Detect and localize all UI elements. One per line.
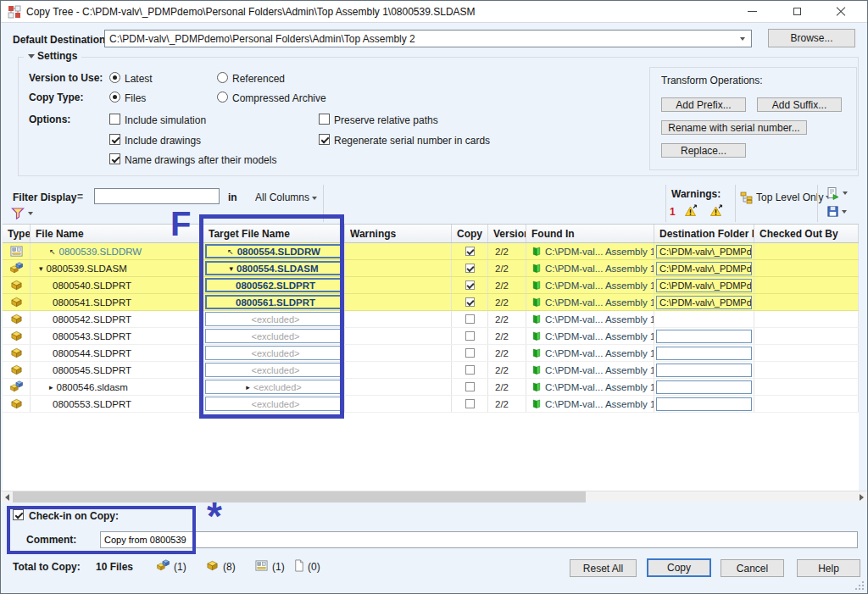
checkbox-preserve-paths[interactable]	[319, 114, 330, 125]
export-list-button[interactable]	[826, 186, 848, 200]
table-row[interactable]: 0800540.SLDPRT 0800562.SLDPRT 2/2 C:\PDM…	[3, 277, 859, 294]
table-row[interactable]: 0800542.SLDPRT <excluded> 2/2 C:\PDM-val…	[3, 311, 859, 328]
target-file-name-cell[interactable]: ▾ 0800554.SLDASM	[203, 260, 345, 276]
checkbox-include-simulation[interactable]	[109, 114, 120, 125]
copy-checkbox[interactable]	[465, 348, 475, 358]
col-header-file-name[interactable]: File Name	[31, 225, 203, 242]
radio-compressed-archive[interactable]	[217, 92, 228, 103]
destination-path-box[interactable]: C:\PDM-valv\_PDMPde...	[656, 279, 752, 292]
warning-toggle-icon[interactable]	[684, 204, 698, 217]
destination-path-box[interactable]: C:\PDM-valv\_PDMPde...	[656, 262, 752, 275]
cancel-button[interactable]: Cancel	[721, 559, 784, 577]
destination-path-box[interactable]: C:\PDM-valv\_PDMPde...	[656, 245, 752, 258]
target-file-name-cell[interactable]: ↖ 0800554.SLDDRW	[203, 243, 345, 259]
copy-checkbox[interactable]	[465, 365, 475, 375]
destination-path-box[interactable]: C:\PDM-valv\_PDMPde...	[656, 296, 752, 309]
maximize-button[interactable]	[779, 1, 815, 22]
destination-path-box[interactable]	[656, 347, 752, 360]
settings-group-title[interactable]: Settings	[24, 50, 81, 62]
expander-icon[interactable]: ↖	[49, 247, 56, 256]
copy-checkbox[interactable]	[465, 297, 475, 307]
col-header-type[interactable]: Type	[3, 225, 31, 242]
radio-referenced-label[interactable]: Referenced	[232, 73, 285, 85]
scroll-left-arrow[interactable]	[1, 491, 13, 502]
table-row[interactable]: 0800544.SLDPRT <excluded> 2/2 C:\PDM-val…	[3, 345, 859, 362]
table-row[interactable]: 0800553.SLDPRT <excluded> 2/2 C:\PDM-val…	[3, 396, 859, 413]
horizontal-scrollbar[interactable]	[1, 491, 867, 502]
minimize-button[interactable]	[734, 1, 770, 22]
target-file-name-cell[interactable]: 0800562.SLDPRT	[203, 277, 345, 293]
table-row[interactable]: ↖ 0800539.SLDDRW ↖ 0800554.SLDDRW 2/2 C:…	[3, 243, 859, 260]
target-file-name-box[interactable]: <excluded>	[205, 397, 342, 411]
destination-path-box[interactable]	[656, 397, 752, 411]
filter-funnel-button[interactable]	[11, 207, 33, 219]
destination-path-box[interactable]	[656, 330, 752, 343]
name-drawings-label[interactable]: Name drawings after their models	[125, 154, 276, 166]
target-file-name-box[interactable]: <excluded>	[205, 312, 342, 326]
table-row[interactable]: 0800543.SLDPRT <excluded> 2/2 C:\PDM-val…	[3, 328, 859, 345]
radio-compressed-archive-label[interactable]: Compressed Archive	[232, 92, 326, 104]
target-file-name-box[interactable]: ▾ 0800554.SLDASM	[205, 261, 342, 275]
close-button[interactable]	[823, 1, 859, 22]
col-header-version[interactable]: Version	[488, 225, 526, 242]
preserve-paths-label[interactable]: Preserve relative paths	[334, 114, 438, 126]
target-file-name-cell[interactable]: <excluded>	[203, 311, 345, 327]
all-columns-dropdown[interactable]: All Columns	[255, 192, 317, 203]
comment-input[interactable]	[100, 531, 858, 548]
target-file-name-cell[interactable]: ▸ <excluded>	[203, 379, 345, 395]
target-file-name-cell[interactable]: 0800561.SLDPRT	[203, 294, 345, 310]
replace-button[interactable]: Replace...	[661, 143, 746, 158]
expander-icon[interactable]: ▸	[49, 383, 53, 391]
target-file-name-box[interactable]: <excluded>	[205, 363, 342, 377]
target-file-name-cell[interactable]: <excluded>	[203, 345, 345, 361]
copy-checkbox[interactable]	[465, 382, 475, 391]
col-header-target-file-name[interactable]: Target File Name	[203, 225, 345, 242]
resize-grip[interactable]	[855, 581, 864, 590]
filter-equals-button[interactable]: =	[77, 191, 83, 203]
checkbox-name-drawings[interactable]	[109, 153, 120, 164]
default-destination-combo[interactable]: C:\PDM-valv\_PDMPdemo\Personal Folders\A…	[104, 30, 752, 47]
copy-checkbox[interactable]	[465, 399, 475, 408]
table-row[interactable]: ▸ 0800546.sldasm ▸ <excluded> 2/2 C:\PDM…	[3, 379, 859, 396]
help-button[interactable]: Help	[797, 559, 860, 577]
table-row[interactable]: 0800545.SLDPRT <excluded> 2/2 C:\PDM-val…	[3, 362, 859, 379]
checkbox-include-drawings[interactable]	[109, 134, 120, 145]
browse-button[interactable]: Browse...	[768, 29, 855, 47]
col-header-destination[interactable]: Destination Folder Path	[654, 225, 754, 242]
checkin-on-copy-label[interactable]: Check-in on Copy:	[29, 510, 119, 522]
scrollbar-thumb[interactable]	[13, 491, 586, 502]
regenerate-serial-label[interactable]: Regenerate serial number in cards	[334, 135, 490, 147]
filter-input[interactable]	[94, 188, 220, 204]
checkbox-regenerate-serial[interactable]	[319, 134, 330, 145]
col-header-warnings[interactable]: Warnings	[345, 225, 452, 242]
scroll-right-arrow[interactable]	[855, 491, 867, 502]
radio-files[interactable]	[109, 92, 120, 103]
target-file-name-box[interactable]: <excluded>	[205, 329, 342, 343]
radio-files-label[interactable]: Files	[125, 92, 146, 104]
radio-latest-label[interactable]: Latest	[125, 73, 153, 85]
save-list-button[interactable]	[826, 205, 847, 218]
target-file-name-cell[interactable]: <excluded>	[203, 362, 345, 378]
rename-serial-button[interactable]: Rename with serial number...	[661, 120, 807, 135]
col-header-copy[interactable]: Copy	[452, 225, 488, 242]
radio-latest[interactable]	[109, 72, 120, 83]
copy-checkbox[interactable]	[465, 331, 475, 341]
add-suffix-button[interactable]: Add Suffix...	[757, 97, 842, 112]
radio-referenced[interactable]	[217, 72, 228, 83]
reset-all-button[interactable]: Reset All	[570, 559, 637, 577]
include-drawings-label[interactable]: Include drawings	[125, 135, 201, 147]
target-file-name-cell[interactable]: <excluded>	[203, 396, 345, 412]
copy-button[interactable]: Copy	[647, 558, 711, 577]
copy-checkbox[interactable]	[465, 264, 475, 273]
table-row[interactable]: 0800541.SLDPRT 0800561.SLDPRT 2/2 C:\PDM…	[3, 294, 859, 311]
target-file-name-box[interactable]: 0800561.SLDPRT	[205, 295, 342, 309]
destination-path-box[interactable]	[656, 364, 752, 377]
copy-checkbox[interactable]	[465, 280, 475, 290]
col-header-checked-out-by[interactable]: Checked Out By	[754, 225, 859, 242]
checkin-on-copy-checkbox[interactable]	[13, 509, 24, 520]
expander-icon[interactable]: ▾	[39, 264, 43, 273]
target-file-name-box[interactable]: 0800562.SLDPRT	[205, 278, 342, 292]
col-header-found-in[interactable]: Found In	[526, 225, 654, 242]
copy-checkbox[interactable]	[465, 247, 475, 256]
copy-checkbox[interactable]	[465, 314, 475, 324]
